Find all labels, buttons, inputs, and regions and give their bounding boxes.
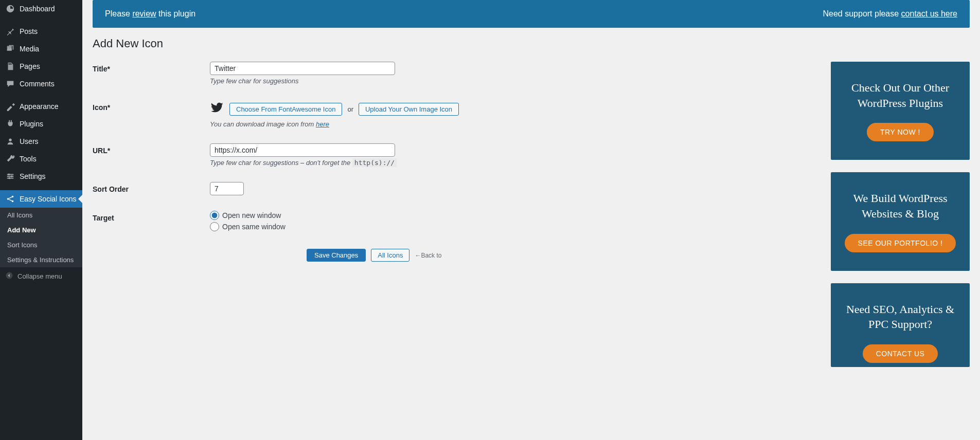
comments-icon [5, 79, 15, 88]
title-input[interactable] [210, 62, 395, 75]
sidebar-item-label: Plugins [20, 120, 43, 128]
title-label: Title* [93, 62, 210, 85]
title-hint: Type few char for suggestions [210, 77, 818, 85]
submenu-add-new[interactable]: Add New [0, 223, 82, 237]
sort-order-input[interactable] [210, 182, 244, 195]
sidebar-item-label: Settings [20, 172, 46, 180]
sidebar-item-plugins[interactable]: Plugins [0, 115, 82, 133]
sidebar-item-label: Easy Social Icons [20, 195, 77, 203]
settings-icon [5, 172, 15, 181]
admin-sidebar: Dashboard Posts Media Pages Comments App… [0, 0, 82, 440]
upload-image-button[interactable]: Upload Your Own Image Icon [359, 103, 459, 116]
icon-label: Icon* [93, 100, 210, 128]
svg-point-10 [12, 200, 14, 203]
share-icon [5, 194, 15, 204]
collapse-menu[interactable]: Collapse menu [0, 267, 82, 285]
target-new-label: Open new window [222, 211, 281, 219]
url-hint: Type few char for suggestions – don't fo… [210, 159, 818, 167]
pages-icon [5, 62, 15, 71]
ad-websites: We Build WordPress Websites & Blog SEE O… [831, 172, 970, 270]
submenu-all-icons[interactable]: All Icons [0, 208, 82, 223]
banner-right: Need support please contact us here [823, 9, 957, 19]
sidebar-item-dashboard[interactable]: Dashboard [0, 0, 82, 17]
sidebar-item-pages[interactable]: Pages [0, 58, 82, 75]
url-label: URL* [93, 143, 210, 167]
appearance-icon [5, 102, 15, 111]
notice-banner: Please review this plugin Need support p… [93, 0, 970, 28]
review-link[interactable]: review [132, 9, 156, 18]
ad-heading: Need SEO, Analytics & PPC Support? [841, 302, 959, 332]
dashboard-icon [5, 4, 15, 13]
sidebar-item-label: Media [20, 45, 39, 53]
submenu-settings-instructions[interactable]: Settings & Instructions [0, 252, 82, 267]
target-same-label: Open same window [222, 223, 286, 231]
sidebar-item-easy-social-icons[interactable]: Easy Social Icons [0, 190, 82, 208]
pin-icon [5, 27, 15, 36]
submenu-sort-icons[interactable]: Sort Icons [0, 237, 82, 252]
ad-portfolio-button[interactable]: SEE OUR PORTFOLIO ! [845, 234, 956, 252]
ad-heading: We Build WordPress Websites & Blog [841, 191, 959, 221]
plugins-icon [5, 119, 15, 129]
contact-link[interactable]: contact us here [901, 9, 957, 18]
sidebar-item-settings[interactable]: Settings [0, 168, 82, 185]
add-icon-form: Title* Type few char for suggestions Ico… [93, 62, 818, 379]
sidebar-item-tools[interactable]: Tools [0, 150, 82, 168]
media-icon [5, 44, 15, 53]
main-content: Please review this plugin Need support p… [82, 0, 980, 440]
sidebar-item-comments[interactable]: Comments [0, 75, 82, 93]
url-input[interactable] [210, 143, 395, 157]
sidebar-item-label: Posts [20, 27, 38, 35]
banner-left: Please review this plugin [105, 9, 195, 19]
sidebar-item-label: Tools [20, 155, 37, 163]
download-here-link[interactable]: here [316, 120, 329, 128]
page-title: Add New Icon [93, 37, 970, 50]
svg-point-0 [8, 47, 9, 48]
tools-icon [5, 154, 15, 163]
svg-point-5 [8, 174, 10, 176]
svg-point-9 [12, 196, 14, 198]
ad-seo: Need SEO, Analytics & PPC Support? CONTA… [831, 283, 970, 367]
svg-point-1 [9, 139, 11, 141]
choose-fontawesome-button[interactable]: Choose From FontAwesome Icon [229, 103, 342, 116]
sidebar-item-media[interactable]: Media [0, 40, 82, 58]
svg-point-8 [7, 198, 9, 200]
twitter-icon [210, 100, 224, 118]
or-text: or [347, 105, 353, 113]
ad-contact-button[interactable]: CONTACT US [863, 344, 938, 363]
target-new-radio[interactable] [210, 211, 219, 220]
sidebar-item-label: Appearance [20, 102, 59, 111]
svg-point-6 [11, 175, 13, 177]
icon-hint: You can download image icon from here [210, 120, 818, 128]
sidebar-item-label: Dashboard [20, 5, 55, 13]
back-to-text: ←Back to [415, 252, 441, 259]
sidebar-item-label: Users [20, 137, 39, 145]
sidebar-item-users[interactable]: Users [0, 133, 82, 150]
collapse-icon [5, 271, 13, 281]
sidebar-item-label: Pages [20, 62, 40, 70]
ads-column: Check Out Our Other WordPress Plugins TR… [831, 62, 970, 379]
save-changes-button[interactable]: Save Changes [307, 249, 366, 262]
users-icon [5, 137, 15, 146]
target-label: Target [93, 211, 210, 233]
ad-plugins: Check Out Our Other WordPress Plugins TR… [831, 62, 970, 160]
sidebar-item-appearance[interactable]: Appearance [0, 98, 82, 115]
ad-heading: Check Out Our Other WordPress Plugins [841, 80, 959, 111]
collapse-label: Collapse menu [17, 272, 62, 280]
all-icons-button[interactable]: All Icons [371, 249, 409, 262]
url-hint-code: http(s):// [352, 158, 397, 167]
sort-label: Sort Order [93, 182, 210, 195]
sidebar-item-label: Comments [20, 80, 55, 88]
svg-point-7 [8, 177, 10, 179]
sidebar-submenu: All Icons Add New Sort Icons Settings & … [0, 208, 82, 267]
sidebar-item-posts[interactable]: Posts [0, 23, 82, 40]
target-same-radio[interactable] [210, 222, 219, 231]
ad-try-now-button[interactable]: TRY NOW ! [867, 123, 934, 141]
